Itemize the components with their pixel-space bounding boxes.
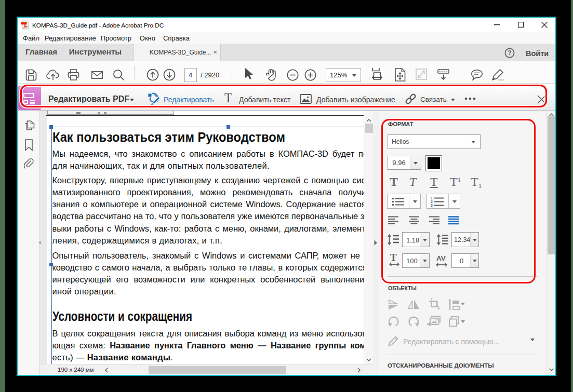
svg-text:?: ?	[508, 49, 511, 57]
